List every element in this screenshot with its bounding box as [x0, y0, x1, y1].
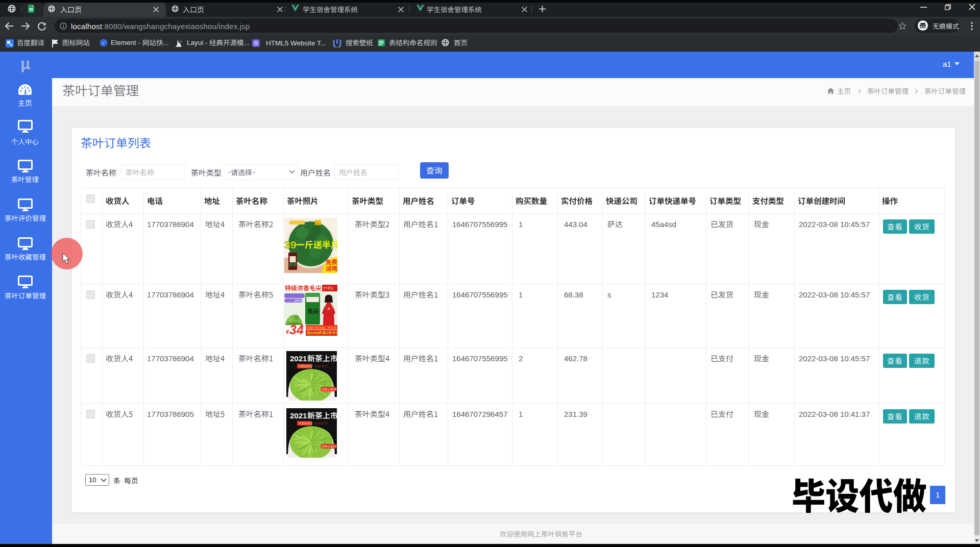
- svg-text:10: 10: [333, 388, 336, 391]
- svg-text:10: 10: [333, 445, 336, 448]
- svg-text:2021: 2021: [290, 354, 307, 363]
- svg-text:39: 39: [284, 239, 296, 251]
- svg-text:¥: ¥: [286, 329, 289, 335]
- svg-text:20: 20: [295, 299, 299, 303]
- svg-text:2021: 2021: [290, 411, 307, 420]
- svg-text:3: 3: [331, 286, 333, 291]
- svg-text:34: 34: [289, 322, 304, 336]
- svg-text:2: 2: [326, 331, 328, 335]
- svg-text:2000: 2000: [310, 331, 319, 335]
